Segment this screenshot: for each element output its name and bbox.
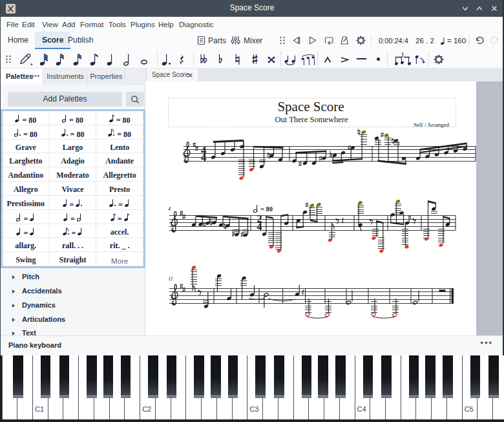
svg-text:Space Score: Space Score bbox=[277, 99, 344, 114]
svg-text:4: 4 bbox=[257, 221, 262, 232]
svg-text:= 80: = 80 bbox=[260, 206, 273, 213]
svg-text:4: 4 bbox=[201, 151, 206, 164]
svg-text:Out There Somewhere: Out There Somewhere bbox=[275, 115, 348, 124]
svg-text:4: 4 bbox=[168, 206, 171, 212]
svg-text:11: 11 bbox=[168, 276, 173, 282]
svg-text:Self / Arranged: Self / Arranged bbox=[414, 121, 449, 128]
